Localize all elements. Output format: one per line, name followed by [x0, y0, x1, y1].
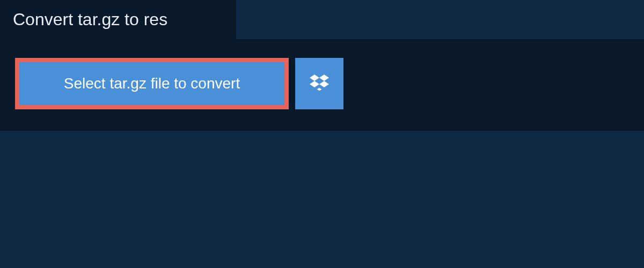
- converter-panel: Select tar.gz file to convert: [0, 39, 644, 131]
- select-file-button[interactable]: Select tar.gz file to convert: [15, 58, 289, 109]
- page-title: Convert tar.gz to res: [13, 10, 167, 29]
- dropbox-button[interactable]: [295, 58, 343, 109]
- page-title-tab: Convert tar.gz to res: [0, 0, 236, 39]
- button-row: Select tar.gz file to convert: [15, 58, 629, 109]
- select-file-label: Select tar.gz file to convert: [64, 75, 240, 92]
- dropbox-icon: [310, 73, 329, 94]
